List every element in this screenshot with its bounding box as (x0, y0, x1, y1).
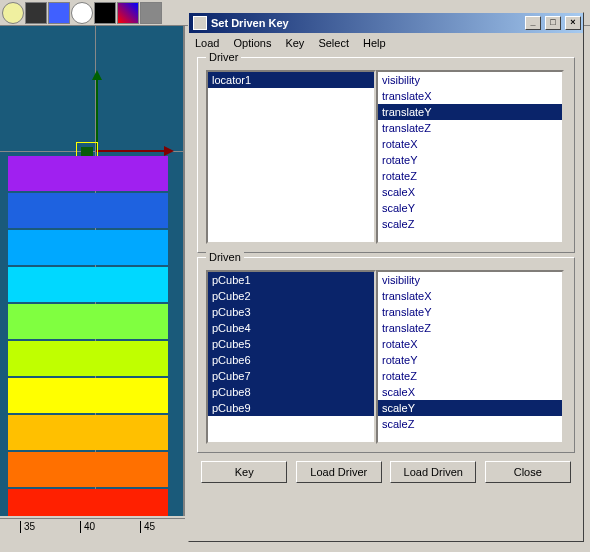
toolbar-button[interactable] (71, 2, 93, 24)
menu-help[interactable]: Help (363, 37, 386, 49)
driver-attributes-list[interactable]: visibilitytranslateXtranslateYtranslateZ… (376, 70, 564, 244)
ruler-tick: 35 (24, 521, 35, 532)
toolbar-button[interactable] (48, 2, 70, 24)
list-item[interactable]: translateX (378, 88, 562, 104)
stack-bar[interactable] (8, 489, 168, 516)
list-item[interactable]: scaleY (378, 200, 562, 216)
dialog-titlebar[interactable]: Set Driven Key _ □ × (189, 13, 583, 33)
list-item[interactable]: pCube9 (208, 400, 374, 416)
stack-bar[interactable] (8, 415, 168, 450)
list-item[interactable]: pCube4 (208, 320, 374, 336)
key-button[interactable]: Key (201, 461, 287, 483)
time-ruler[interactable]: 35 40 45 (0, 518, 185, 552)
y-axis-arrow-icon (92, 70, 98, 152)
list-item[interactable]: pCube8 (208, 384, 374, 400)
menu-load[interactable]: Load (195, 37, 219, 49)
driven-attributes-list[interactable]: visibilitytranslateXtranslateYtranslateZ… (376, 270, 564, 444)
close-button[interactable]: Close (485, 461, 571, 483)
list-item[interactable]: translateY (378, 304, 562, 320)
list-item[interactable]: pCube1 (208, 272, 374, 288)
stack-bar[interactable] (8, 193, 168, 228)
list-item[interactable]: rotateZ (378, 168, 562, 184)
menu-select[interactable]: Select (318, 37, 349, 49)
list-item[interactable]: scaleY (378, 400, 562, 416)
dialog-menubar: Load Options Key Select Help (189, 33, 583, 53)
toolbar-button[interactable] (94, 2, 116, 24)
stack-bar[interactable] (8, 267, 168, 302)
driven-objects-list[interactable]: pCube1pCube2pCube3pCube4pCube5pCube6pCub… (206, 270, 376, 444)
list-item[interactable]: rotateX (378, 336, 562, 352)
list-item[interactable]: rotateX (378, 136, 562, 152)
x-axis-arrow-icon (96, 146, 174, 156)
list-item[interactable]: translateY (378, 104, 562, 120)
stack-bar[interactable] (8, 230, 168, 265)
color-stack (8, 156, 168, 516)
toolbar-button[interactable] (117, 2, 139, 24)
app-icon (193, 16, 207, 30)
list-item[interactable]: visibility (378, 272, 562, 288)
list-item[interactable]: visibility (378, 72, 562, 88)
list-item[interactable]: pCube6 (208, 352, 374, 368)
set-driven-key-dialog: Set Driven Key _ □ × Load Options Key Se… (188, 12, 584, 542)
menu-key[interactable]: Key (285, 37, 304, 49)
toolbar-button[interactable] (2, 2, 24, 24)
minimize-button[interactable]: _ (525, 16, 541, 30)
driven-panel-label: Driven (206, 251, 244, 263)
list-item[interactable]: scaleX (378, 384, 562, 400)
list-item[interactable]: pCube7 (208, 368, 374, 384)
list-item[interactable]: rotateZ (378, 368, 562, 384)
stack-bar[interactable] (8, 304, 168, 339)
close-window-button[interactable]: × (565, 16, 581, 30)
list-item[interactable]: rotateY (378, 352, 562, 368)
list-item[interactable]: pCube5 (208, 336, 374, 352)
list-item[interactable]: scaleZ (378, 416, 562, 432)
svg-marker-1 (96, 146, 174, 156)
driver-panel-label: Driver (206, 51, 241, 63)
stack-bar[interactable] (8, 452, 168, 487)
list-item[interactable]: translateX (378, 288, 562, 304)
list-item[interactable]: pCube3 (208, 304, 374, 320)
dialog-title: Set Driven Key (211, 17, 289, 29)
menu-options[interactable]: Options (233, 37, 271, 49)
load-driven-button[interactable]: Load Driven (390, 461, 476, 483)
stack-bar[interactable] (8, 378, 168, 413)
list-item[interactable]: translateZ (378, 320, 562, 336)
viewport-front[interactable]: front (0, 26, 185, 516)
ruler-tick: 45 (144, 521, 155, 532)
svg-marker-0 (92, 70, 102, 152)
driver-objects-list[interactable]: locator1 (206, 70, 376, 244)
toolbar-button[interactable] (25, 2, 47, 24)
driver-panel: Driver locator1 visibilitytranslateXtran… (197, 57, 575, 253)
toolbar-button[interactable] (140, 2, 162, 24)
maximize-button[interactable]: □ (545, 16, 561, 30)
list-item[interactable]: locator1 (208, 72, 374, 88)
load-driver-button[interactable]: Load Driver (296, 461, 382, 483)
list-item[interactable]: translateZ (378, 120, 562, 136)
dialog-button-row: Key Load Driver Load Driven Close (189, 457, 583, 491)
list-item[interactable]: rotateY (378, 152, 562, 168)
stack-bar[interactable] (8, 341, 168, 376)
stack-bar[interactable] (8, 156, 168, 191)
driven-panel: Driven pCube1pCube2pCube3pCube4pCube5pCu… (197, 257, 575, 453)
list-item[interactable]: scaleX (378, 184, 562, 200)
ruler-tick: 40 (84, 521, 95, 532)
list-item[interactable]: scaleZ (378, 216, 562, 232)
list-item[interactable]: pCube2 (208, 288, 374, 304)
